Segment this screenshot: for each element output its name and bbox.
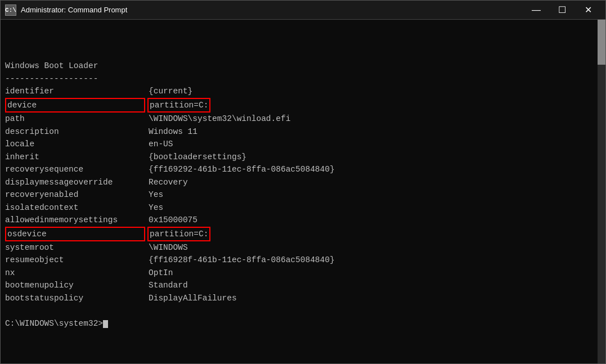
key-locale: locale — [5, 138, 149, 150]
value-inherit: {bootloadersettings} — [149, 152, 246, 161]
console-line-dashes: ------------------- — [5, 73, 590, 85]
value-recoverysequence: {ff169292-461b-11ec-8ffa-086ac5084840} — [149, 165, 335, 174]
value-displaymessageoverride: Recovery — [149, 178, 188, 187]
console-line-bootstatuspolicy: bootstatuspolicyDisplayAllFailures — [5, 292, 590, 304]
key-displaymessageoverride: displaymessageoverride — [5, 176, 149, 188]
highlight-key-osdevice: osdevice — [5, 227, 145, 241]
heading-text: ------------------- — [5, 74, 98, 83]
cmd-icon: C:\ — [5, 5, 16, 16]
value-bootmenupolicy: Standard — [149, 281, 188, 290]
key-isolatedcontext: isolatedcontext — [5, 201, 149, 214]
key-bootmenupolicy: bootmenupolicy — [5, 279, 149, 291]
value-systemroot: \WINDOWS — [149, 243, 188, 252]
key-recoveryenabled: recoveryenabled — [5, 188, 149, 201]
console-output: Windows Boot Loader-------------------id… — [5, 22, 601, 330]
console-line-recoverysequence: recoverysequence{ff169292-461b-11ec-8ffa… — [5, 163, 590, 176]
console-line-allowedinmemorysettings: allowedinmemorysettings0x15000075 — [5, 214, 590, 226]
console-line-blank1 — [5, 47, 590, 60]
value-bootstatuspolicy: DisplayAllFailures — [149, 294, 237, 303]
value-isolatedcontext: Yes — [149, 203, 163, 212]
console-line-device: devicepartition=C: — [5, 98, 590, 113]
console-line-boot-loader-heading: Windows Boot Loader — [5, 60, 590, 72]
key-description: description — [5, 125, 149, 138]
value-identifier: {current} — [149, 87, 192, 96]
cursor — [103, 320, 108, 328]
console-line-inherit: inherit{bootloadersettings} — [5, 151, 590, 163]
console-line-locale: localeen-US — [5, 138, 590, 150]
window-controls: — ☐ ✕ — [523, 1, 601, 20]
scrollbar-track[interactable] — [598, 20, 605, 363]
value-resumeobject: {ff16928f-461b-11ec-8ffa-086ac5084840} — [149, 255, 335, 264]
key-resumeobject: resumeobject — [5, 254, 149, 266]
window-title: Administrator: Command Prompt — [21, 6, 523, 14]
key-path: path — [5, 113, 149, 125]
minimize-button[interactable]: — — [523, 1, 549, 20]
console-line-blank2 — [5, 304, 590, 317]
key-recoverysequence: recoverysequence — [5, 163, 149, 176]
prompt-text: C:\WINDOWS\system32> — [5, 319, 103, 328]
value-allowedinmemorysettings: 0x15000075 — [149, 215, 197, 224]
console-line-displaymessageoverride: displaymessageoverrideRecovery — [5, 176, 590, 188]
value-locale: en-US — [149, 140, 173, 149]
key-bootstatuspolicy: bootstatuspolicy — [5, 292, 149, 304]
key-identifier: identifier — [5, 85, 149, 97]
value-path: \WINDOWS\system32\winload.efi — [149, 114, 290, 123]
console-line-identifier: identifier{current} — [5, 85, 590, 97]
cmd-icon-text: C:\ — [5, 7, 16, 14]
console-line-systemroot: systemroot\WINDOWS — [5, 241, 590, 254]
maximize-button[interactable]: ☐ — [549, 1, 575, 20]
console-line-prompt: C:\WINDOWS\system32> — [5, 317, 590, 330]
key-nx: nx — [5, 267, 149, 279]
highlight-value-osdevice: partition=C: — [147, 227, 210, 241]
console-line-isolatedcontext: isolatedcontextYes — [5, 201, 590, 214]
title-bar: C:\ Administrator: Command Prompt — ☐ ✕ — [1, 1, 605, 20]
console-line-description: descriptionWindows 11 — [5, 125, 590, 138]
console-line-nx: nxOptIn — [5, 267, 590, 279]
key-systemroot: systemroot — [5, 241, 149, 254]
console-line-resumeobject: resumeobject{ff16928f-461b-11ec-8ffa-086… — [5, 254, 590, 266]
console-line-path: path\WINDOWS\system32\winload.efi — [5, 113, 590, 125]
close-button[interactable]: ✕ — [575, 1, 601, 20]
scrollbar-thumb[interactable] — [598, 20, 605, 65]
console-area[interactable]: Windows Boot Loader-------------------id… — [1, 20, 605, 363]
value-description: Windows 11 — [149, 127, 197, 136]
console-line-bootmenupolicy: bootmenupolicyStandard — [5, 279, 590, 291]
heading-text: Windows Boot Loader — [5, 61, 98, 70]
key-allowedinmemorysettings: allowedinmemorysettings — [5, 214, 149, 226]
cmd-window: C:\ Administrator: Command Prompt — ☐ ✕ … — [0, 0, 606, 364]
console-line-recoveryenabled: recoveryenabledYes — [5, 188, 590, 201]
value-recoveryenabled: Yes — [149, 190, 163, 199]
highlight-value-device: partition=C: — [147, 98, 210, 113]
highlight-key-device: device — [5, 98, 145, 113]
value-nx: OptIn — [149, 268, 173, 277]
key-inherit: inherit — [5, 151, 149, 163]
console-line-osdevice: osdevicepartition=C: — [5, 227, 590, 241]
